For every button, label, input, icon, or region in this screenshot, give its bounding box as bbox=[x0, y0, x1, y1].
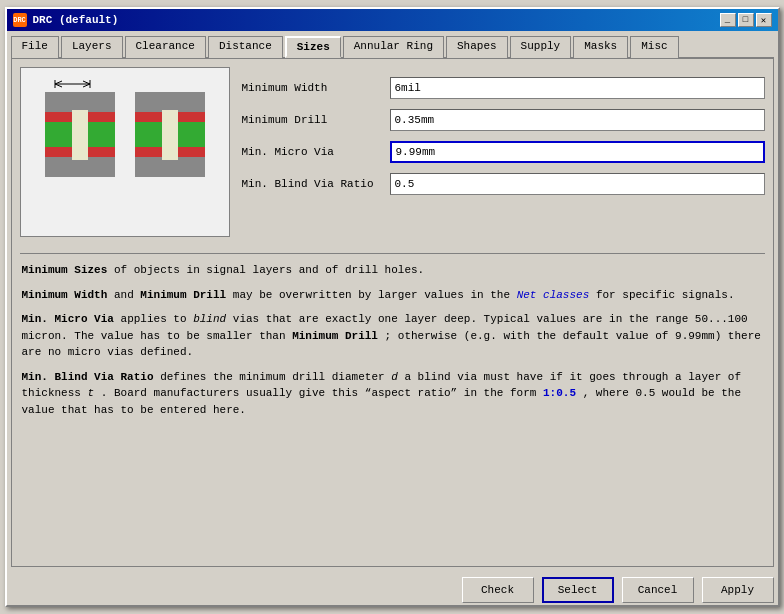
min-blind-via-ratio-input[interactable] bbox=[390, 173, 765, 195]
description-area: Minimum Sizes of objects in signal layer… bbox=[20, 260, 765, 558]
cancel-button[interactable]: Cancel bbox=[622, 577, 694, 603]
panel-top: Minimum Width Minimum Drill Min. Micro V… bbox=[20, 67, 765, 237]
tab-annular-ring[interactable]: Annular Ring bbox=[343, 36, 444, 58]
footer: Check Select Cancel Apply bbox=[7, 571, 778, 605]
desc-d-italic: d bbox=[391, 371, 398, 383]
tab-layers[interactable]: Layers bbox=[61, 36, 123, 58]
desc-para4-text3: . Board manufacturers usually give this … bbox=[101, 387, 543, 399]
desc-para2-end: for specific signals. bbox=[596, 289, 735, 301]
apply-button[interactable]: Apply bbox=[702, 577, 774, 603]
select-button[interactable]: Select bbox=[542, 577, 614, 603]
tab-clearance[interactable]: Clearance bbox=[125, 36, 206, 58]
field-row-minimum-width: Minimum Width bbox=[242, 77, 765, 99]
svg-rect-7 bbox=[72, 110, 88, 160]
min-micro-via-input[interactable] bbox=[390, 141, 765, 163]
desc-para-1: Minimum Sizes of objects in signal layer… bbox=[22, 262, 763, 279]
maximize-button[interactable]: □ bbox=[738, 13, 754, 27]
tab-masks[interactable]: Masks bbox=[573, 36, 628, 58]
minimum-width-label: Minimum Width bbox=[242, 82, 382, 94]
tab-panel-sizes: Minimum Width Minimum Drill Min. Micro V… bbox=[11, 59, 774, 567]
tab-sizes[interactable]: Sizes bbox=[285, 36, 341, 58]
tab-misc[interactable]: Misc bbox=[630, 36, 678, 58]
titlebar-title: DRC DRC (default) bbox=[13, 13, 119, 27]
form-fields: Minimum Width Minimum Drill Min. Micro V… bbox=[242, 67, 765, 237]
svg-rect-2 bbox=[55, 92, 105, 107]
field-row-min-blind-via-ratio: Min. Blind Via Ratio bbox=[242, 173, 765, 195]
desc-minimum-drill-bold: Minimum Drill bbox=[140, 289, 226, 301]
desc-para2-text: may be overwritten by larger values in t… bbox=[233, 289, 517, 301]
main-window: DRC DRC (default) _ □ ✕ File Layers Clea… bbox=[5, 7, 780, 607]
content-area: File Layers Clearance Distance Sizes Ann… bbox=[7, 31, 778, 571]
desc-blind-italic: blind bbox=[193, 313, 226, 325]
tab-bar: File Layers Clearance Distance Sizes Ann… bbox=[11, 35, 774, 59]
desc-net-classes: Net classes bbox=[517, 289, 590, 301]
desc-para1-text: of objects in signal layers and of drill… bbox=[114, 264, 424, 276]
tab-file[interactable]: File bbox=[11, 36, 59, 58]
titlebar: DRC DRC (default) _ □ ✕ bbox=[7, 9, 778, 31]
desc-para4-text1: defines the minimum drill diameter bbox=[160, 371, 391, 383]
min-blind-via-ratio-label: Min. Blind Via Ratio bbox=[242, 178, 382, 190]
svg-rect-15 bbox=[135, 92, 205, 112]
minimize-button[interactable]: _ bbox=[720, 13, 736, 27]
divider-1 bbox=[20, 253, 765, 254]
via-diagram bbox=[20, 67, 230, 237]
desc-and: and bbox=[114, 289, 140, 301]
tab-distance[interactable]: Distance bbox=[208, 36, 283, 58]
titlebar-buttons: _ □ ✕ bbox=[720, 13, 772, 27]
min-micro-via-label: Min. Micro Via bbox=[242, 146, 382, 158]
desc-para-3: Min. Micro Via applies to blind vias tha… bbox=[22, 311, 763, 361]
desc-minimum-sizes: Minimum Sizes bbox=[22, 264, 108, 276]
desc-ratio-colored: 1:0.5 bbox=[543, 387, 576, 399]
field-row-minimum-drill: Minimum Drill bbox=[242, 109, 765, 131]
tab-shapes[interactable]: Shapes bbox=[446, 36, 508, 58]
desc-para-4: Min. Blind Via Ratio defines the minimum… bbox=[22, 369, 763, 419]
desc-min-micro-via-bold: Min. Micro Via bbox=[22, 313, 114, 325]
close-button[interactable]: ✕ bbox=[756, 13, 772, 27]
desc-minimum-width-bold: Minimum Width bbox=[22, 289, 108, 301]
desc-para-2: Minimum Width and Minimum Drill may be o… bbox=[22, 287, 763, 304]
minimum-drill-label: Minimum Drill bbox=[242, 114, 382, 126]
desc-minimum-drill-bold2: Minimum Drill bbox=[292, 330, 378, 342]
desc-applies: applies to bbox=[121, 313, 194, 325]
app-icon: DRC bbox=[13, 13, 27, 27]
field-row-min-micro-via: Min. Micro Via bbox=[242, 141, 765, 163]
check-button[interactable]: Check bbox=[462, 577, 534, 603]
minimum-drill-input[interactable] bbox=[390, 109, 765, 131]
minimum-width-input[interactable] bbox=[390, 77, 765, 99]
desc-min-blind-via-bold: Min. Blind Via Ratio bbox=[22, 371, 154, 383]
desc-t-italic: t bbox=[88, 387, 95, 399]
svg-rect-20 bbox=[162, 110, 178, 160]
tab-supply[interactable]: Supply bbox=[510, 36, 572, 58]
